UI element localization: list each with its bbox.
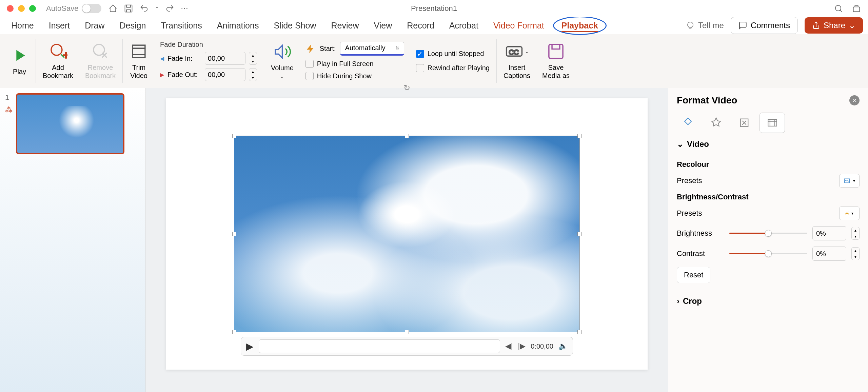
rotate-handle-icon[interactable]: ↻: [403, 83, 410, 93]
home-icon[interactable]: [108, 4, 118, 13]
sun-icon: ☀: [845, 210, 849, 217]
sidebar-tab-video[interactable]: [760, 113, 785, 133]
save-icon[interactable]: [124, 4, 133, 13]
video-step-back-button[interactable]: ◀|: [505, 342, 513, 351]
svg-point-1: [835, 5, 841, 11]
video-play-button[interactable]: ▶: [246, 341, 254, 352]
lightbulb-icon: [686, 21, 695, 30]
resize-handle[interactable]: [577, 330, 581, 334]
brightness-spinner[interactable]: ▲▼: [851, 227, 860, 240]
maximize-window-button[interactable]: [29, 5, 36, 12]
svg-text:CC: CC: [509, 48, 519, 56]
resize-handle[interactable]: [232, 330, 236, 334]
undo-dropdown-icon[interactable]: ⌄: [155, 4, 159, 13]
tab-playback[interactable]: Playback: [553, 16, 607, 35]
resize-handle[interactable]: [577, 232, 581, 236]
chevron-down-icon: ⌄: [280, 75, 284, 79]
fade-in-spinner[interactable]: ▲▼: [249, 52, 257, 65]
play-full-screen-checkbox[interactable]: Play in Full Screen: [305, 60, 404, 68]
contrast-input[interactable]: 0%: [812, 247, 846, 261]
video-time: 0:00,00: [531, 342, 553, 350]
fade-out-input[interactable]: 00,00: [205, 68, 245, 81]
save-media-as-button[interactable]: Save Media as: [537, 42, 575, 80]
checkbox-icon: [305, 72, 314, 80]
chevron-down-icon: ▼: [851, 212, 854, 215]
sidebar-tab-fill[interactable]: [675, 113, 701, 133]
remove-bookmark-icon: [91, 42, 110, 61]
playback-toolbar: Play + Add Bookmark Remove Bookmark Trim…: [0, 34, 868, 88]
slide-number: 1: [5, 93, 13, 102]
minimize-window-button[interactable]: [18, 5, 25, 12]
contrast-slider[interactable]: [729, 253, 807, 254]
brightness-slider[interactable]: [729, 233, 807, 234]
tab-draw[interactable]: Draw: [79, 18, 111, 33]
rewind-after-playing-checkbox[interactable]: Rewind after Playing: [416, 64, 490, 72]
toolbox-icon[interactable]: [852, 4, 861, 13]
svg-point-3: [51, 44, 62, 55]
tab-animations[interactable]: Animations: [211, 18, 265, 33]
sidebar-tab-size[interactable]: [731, 113, 757, 133]
tab-acrobat[interactable]: Acrobat: [443, 18, 485, 33]
tab-video-format[interactable]: Video Format: [487, 18, 550, 33]
recolour-presets-button[interactable]: ▼: [839, 174, 860, 188]
video-section-header[interactable]: ⌄ Video: [668, 133, 868, 155]
slide-editor[interactable]: ↻ ▶ ◀| |▶ 0:00,00 🔈: [166, 98, 648, 370]
video-step-forward-button[interactable]: |▶: [518, 342, 526, 351]
volume-button[interactable]: Volume ⌄: [266, 42, 299, 79]
redo-icon[interactable]: [165, 4, 175, 13]
sidebar-tab-effects[interactable]: [703, 113, 729, 133]
tab-review[interactable]: Review: [325, 18, 365, 33]
chevron-down-icon: ⌄: [849, 21, 855, 30]
comments-button[interactable]: Comments: [731, 17, 798, 34]
add-bookmark-icon: +: [49, 42, 67, 61]
insert-captions-button[interactable]: CC ⌄ Insert Captions: [498, 42, 535, 80]
slide-thumbnail-1[interactable]: [16, 93, 124, 154]
add-bookmark-button[interactable]: + Add Bookmark: [38, 42, 78, 80]
play-button[interactable]: Play: [5, 46, 34, 76]
tell-me-button[interactable]: Tell me: [686, 21, 724, 30]
share-button[interactable]: Share ⌄: [805, 17, 863, 34]
tab-slide-show[interactable]: Slide Show: [268, 18, 322, 33]
tab-home[interactable]: Home: [5, 18, 40, 33]
undo-icon[interactable]: [139, 4, 149, 13]
fade-out-spinner[interactable]: ▲▼: [249, 68, 257, 81]
resize-handle[interactable]: [232, 134, 236, 138]
trim-video-button[interactable]: Trim Video: [124, 42, 153, 80]
resize-handle[interactable]: [405, 134, 409, 138]
tab-record[interactable]: Record: [401, 18, 440, 33]
remove-bookmark-button: Remove Bookmark: [80, 42, 121, 80]
sidebar-tabs: [668, 113, 868, 133]
brightness-label: Brightness: [677, 229, 724, 238]
crop-section-header[interactable]: › Crop: [668, 290, 868, 312]
hide-during-show-checkbox[interactable]: Hide During Show: [305, 72, 404, 80]
loop-until-stopped-checkbox[interactable]: ✓ Loop until Stopped: [416, 50, 490, 58]
contrast-spinner[interactable]: ▲▼: [851, 247, 860, 260]
reset-button[interactable]: Reset: [677, 267, 710, 283]
tab-view[interactable]: View: [368, 18, 398, 33]
video-mute-button[interactable]: 🔈: [558, 342, 568, 351]
fade-in-input[interactable]: 00,00: [205, 52, 245, 65]
video-seek-bar[interactable]: [259, 339, 500, 353]
toggle-switch[interactable]: [82, 4, 101, 13]
video-object[interactable]: ▶ ◀| |▶ 0:00,00 🔈: [234, 136, 580, 332]
svg-rect-0: [125, 5, 132, 12]
tab-insert[interactable]: Insert: [43, 18, 76, 33]
resize-handle[interactable]: [577, 134, 581, 138]
share-icon: [812, 21, 820, 30]
resize-handle[interactable]: [232, 232, 236, 236]
more-icon[interactable]: ⋯: [181, 4, 188, 13]
start-dropdown[interactable]: Automatically ⇅: [340, 42, 404, 56]
video-playback-controls: ▶ ◀| |▶ 0:00,00 🔈: [241, 337, 573, 356]
checkbox-checked-icon: ✓: [416, 50, 424, 58]
search-icon[interactable]: [834, 4, 843, 13]
tab-design[interactable]: Design: [114, 18, 152, 33]
dropdown-arrows-icon: ⇅: [396, 46, 399, 51]
brightness-presets-button[interactable]: ☀ ▼: [839, 207, 860, 220]
resize-handle[interactable]: [405, 330, 409, 334]
close-sidebar-button[interactable]: ✕: [849, 95, 860, 105]
autosave-toggle[interactable]: AutoSave: [46, 4, 101, 13]
tab-transitions[interactable]: Transitions: [155, 18, 208, 33]
brightness-input[interactable]: 0%: [812, 226, 846, 240]
video-preview: [234, 136, 579, 332]
close-window-button[interactable]: [7, 5, 14, 12]
